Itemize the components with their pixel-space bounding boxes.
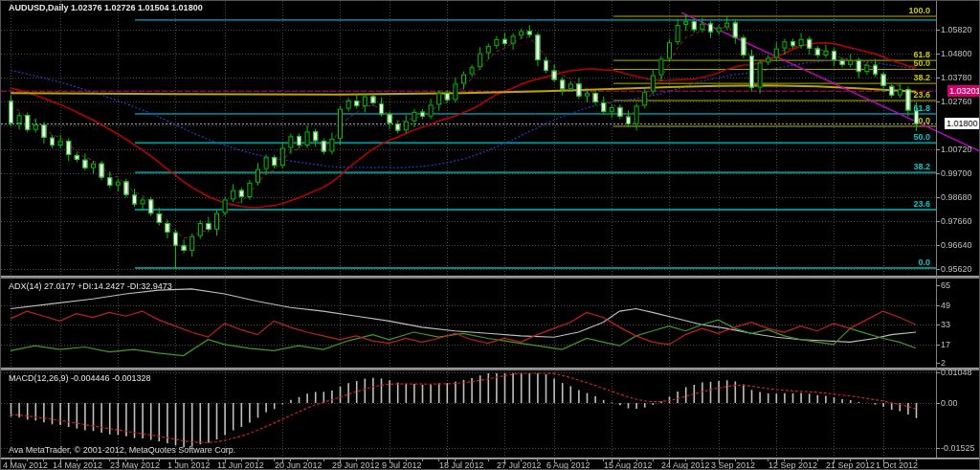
price-axis-label: 1.04800 bbox=[941, 49, 972, 59]
date-axis-label: 24 Aug 2012 bbox=[661, 460, 710, 470]
price-axis-label: 1.00720 bbox=[941, 145, 972, 155]
date-axis-label: 11 Jun 2012 bbox=[217, 460, 264, 470]
date-axis-label: 15 Aug 2012 bbox=[604, 460, 653, 470]
fib-level-label: 23.6 bbox=[892, 90, 930, 101]
fib-level-label: 38.2 bbox=[892, 73, 930, 83]
date-axis-label: 29 Jun 2012 bbox=[332, 460, 380, 470]
fib-level-label: 61.8 bbox=[892, 103, 930, 114]
current-price-tag: 1.01800 bbox=[945, 118, 980, 129]
date-axis-label: 3 Sep 2012 bbox=[711, 460, 755, 470]
chart-canvas[interactable] bbox=[1, 1, 980, 470]
platform-watermark: Ava MetaTrader, © 2001-2012, MetaQuotes … bbox=[9, 445, 235, 456]
adx-axis-label: 33 bbox=[941, 320, 950, 330]
adx-indicator-label: ADX(14) 27.0177 +DI:14.2427 -DI:32.9473 bbox=[9, 281, 172, 292]
date-axis-label: 6 Aug 2012 bbox=[546, 460, 590, 470]
adx-axis-label: 49 bbox=[941, 301, 950, 311]
price-axis-label: 1.05820 bbox=[941, 25, 972, 35]
date-axis-label: 1 Jun 2012 bbox=[167, 460, 211, 470]
fib-level-label: 50.0 bbox=[892, 132, 930, 143]
fib-level-label: 50.0 bbox=[892, 58, 930, 69]
date-axis-label: 1 Oct 2012 bbox=[876, 460, 918, 470]
date-axis-label: 20 Jun 2012 bbox=[275, 460, 323, 470]
chart-title-ohlc: AUDUSD,Daily 1.02376 1.02726 1.01504 1.0… bbox=[9, 3, 203, 13]
macd-axis-label: -0.01525 bbox=[941, 443, 975, 454]
date-axis-label: 4 May 2012 bbox=[3, 460, 48, 470]
magenta-level-price-tag: 1.03201 bbox=[947, 85, 980, 97]
fib-level-label: 100.0 bbox=[892, 6, 930, 16]
fib-level-label: 38.2 bbox=[892, 162, 930, 172]
date-axis-label: 12 Sep 2012 bbox=[768, 460, 817, 470]
macd-axis-label: 0.01048 bbox=[941, 368, 972, 378]
date-axis-label: 21 Sep 2012 bbox=[826, 460, 875, 470]
date-axis-label: 14 May 2012 bbox=[53, 460, 102, 470]
adx-axis-label: 65 bbox=[941, 280, 950, 291]
price-axis-label: 0.95620 bbox=[941, 264, 972, 275]
macd-indicator-label: MACD(12,26,9) -0.004446 -0.001328 bbox=[9, 373, 151, 384]
price-axis-label: 1.03780 bbox=[941, 73, 972, 83]
price-axis-label: 0.96640 bbox=[941, 240, 972, 251]
date-axis-label: 18 Jul 2012 bbox=[439, 460, 484, 470]
fib-level-label: 0.0 bbox=[892, 116, 930, 126]
date-axis-label: 27 Jul 2012 bbox=[497, 460, 542, 470]
price-axis-label: 0.97660 bbox=[941, 216, 972, 227]
date-axis-label: 9 Jul 2012 bbox=[382, 460, 422, 470]
fib-level-label: 0.0 bbox=[892, 257, 930, 268]
adx-axis-label: 17 bbox=[941, 340, 950, 350]
date-axis-label: 23 May 2012 bbox=[110, 460, 160, 470]
macd-axis-label: 0.00 bbox=[941, 398, 958, 409]
price-axis-label: 0.99700 bbox=[941, 168, 972, 179]
price-axis-label: 1.02760 bbox=[941, 97, 972, 107]
mt4-chart-window: AUDUSD,Daily 1.02376 1.02726 1.01504 1.0… bbox=[0, 0, 980, 470]
fib-level-label: 23.6 bbox=[892, 199, 930, 210]
price-axis-label: 0.98680 bbox=[941, 192, 972, 203]
